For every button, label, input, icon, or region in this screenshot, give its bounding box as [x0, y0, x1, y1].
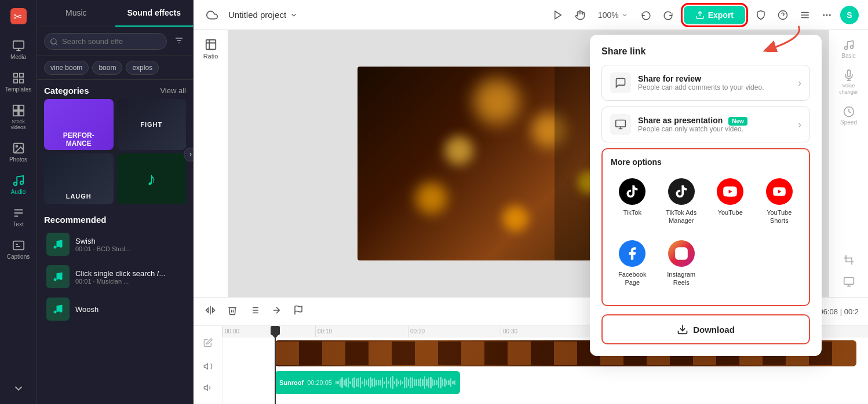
help-button[interactable]	[774, 6, 792, 24]
more-button[interactable]	[818, 6, 836, 24]
categories-scroll-right[interactable]: ›	[184, 148, 194, 161]
sound-item-woosh[interactable]: Woosh	[44, 293, 186, 325]
right-panel-crop[interactable]	[831, 249, 866, 270]
category-performance-label: PERFOR-MANCE	[44, 129, 114, 150]
sound-meta-swish: 00:01 · BCD Stud...	[75, 245, 184, 252]
tag-boom[interactable]: boom	[92, 61, 122, 75]
download-button[interactable]: Download	[601, 314, 810, 344]
tab-music[interactable]: Music	[37, 0, 115, 27]
svg-point-31	[830, 14, 831, 16]
transition-tool[interactable]	[269, 303, 284, 320]
volume-icon-1[interactable]	[203, 362, 213, 373]
right-panel-basic[interactable]: Basic	[831, 35, 866, 64]
category-music[interactable]: ♪	[117, 153, 187, 204]
tag-vine-boom[interactable]: vine boom	[44, 61, 89, 75]
filter-icon	[174, 36, 184, 45]
sidebar-label-text: Text	[13, 221, 23, 227]
svg-marker-23	[555, 11, 561, 19]
search-input[interactable]	[44, 33, 167, 50]
svg-rect-9	[13, 111, 17, 116]
share-presentation-card[interactable]: Share as presentation New People can onl…	[601, 106, 810, 142]
share-review-info: Share for review People can add comments…	[638, 74, 791, 91]
more-icon	[822, 10, 832, 20]
social-facebook[interactable]: Facebook Page	[611, 236, 654, 292]
sidebar-item-collapse[interactable]	[2, 377, 35, 399]
svg-rect-2	[13, 41, 23, 49]
share-review-icon	[610, 72, 631, 93]
share-presentation-icon	[610, 114, 631, 135]
tiktok-icon	[619, 178, 645, 205]
svg-rect-8	[19, 105, 23, 110]
split-icon	[205, 305, 216, 315]
svg-point-13	[13, 182, 17, 186]
sound-info-woosh: Woosh	[75, 305, 184, 314]
svg-rect-40	[844, 278, 854, 285]
sidebar-item-media[interactable]: Media	[2, 35, 35, 65]
ruler-mark-10: 00:10	[315, 326, 332, 337]
svg-point-17	[54, 246, 57, 249]
category-performance[interactable]: PERFOR-MANCE	[44, 99, 114, 150]
flag-tool[interactable]	[291, 303, 306, 320]
share-presentation-desc: People can only watch your video.	[638, 125, 791, 133]
play-mode-button[interactable]	[549, 6, 567, 24]
split-tool[interactable]	[203, 303, 218, 320]
merge-tool[interactable]	[247, 303, 262, 320]
audio-track[interactable]: Sunroof 00:20:05	[275, 371, 460, 394]
ratio-tool[interactable]: Ratio	[198, 36, 224, 61]
app-logo[interactable]: ✂	[2, 5, 35, 28]
category-fight[interactable]: FIGHT FIGHT	[117, 99, 187, 150]
svg-rect-15	[13, 241, 23, 250]
zoom-display[interactable]: 100%	[593, 8, 633, 22]
view-all-button[interactable]: View all	[160, 86, 186, 95]
volume-icon	[203, 362, 213, 371]
export-button[interactable]: Export	[684, 6, 745, 24]
sound-tabs: Music Sound effects	[37, 0, 193, 27]
right-panel-present[interactable]	[831, 271, 866, 292]
tag-explos[interactable]: explos	[126, 61, 159, 75]
redo-button[interactable]	[659, 6, 677, 24]
svg-point-34	[844, 47, 847, 50]
undo-button[interactable]	[637, 6, 655, 24]
export-popup[interactable]: Share link Share for review People can a…	[590, 35, 822, 356]
tab-sound-effects[interactable]: Sound effects	[115, 0, 194, 27]
project-name[interactable]: Untitled project	[228, 10, 298, 20]
shield-button[interactable]	[752, 6, 769, 24]
social-tiktok-ads[interactable]: TikTok Ads Manager	[660, 174, 703, 230]
merge-icon	[249, 305, 260, 315]
sidebar-item-photos[interactable]: Photos	[2, 137, 35, 167]
social-grid-row1: TikTok TikTok Ads Manager YouTube	[611, 174, 801, 230]
sidebar-item-captions[interactable]: Captions	[2, 234, 35, 265]
hand-tool-button[interactable]	[571, 6, 589, 24]
cloud-save-button[interactable]	[203, 6, 221, 24]
sidebar-item-text[interactable]: Text	[2, 202, 35, 232]
edit-clip-button[interactable]	[200, 336, 216, 352]
recommended-section: Recommended Swish 00:01 · BCD Stud... Cl…	[37, 210, 193, 404]
category-laugh[interactable]: LAUGH	[44, 153, 114, 204]
right-panel-speed[interactable]: Speed	[831, 101, 866, 130]
shield-icon	[756, 10, 766, 20]
svg-rect-7	[13, 105, 17, 110]
volume-icon-2[interactable]	[203, 383, 213, 395]
svg-rect-5	[13, 79, 17, 83]
hand-icon	[575, 10, 585, 20]
sidebar-item-templates[interactable]: Templates	[2, 67, 35, 97]
social-instagram[interactable]: Instagram Reels	[660, 236, 703, 292]
menu-button[interactable]	[796, 6, 814, 24]
right-panel-voice-changer[interactable]: Voice changer	[831, 65, 866, 100]
social-tiktok[interactable]: TikTok	[611, 174, 654, 230]
share-review-arrow: ›	[798, 77, 801, 89]
avatar[interactable]: S	[840, 6, 859, 24]
sidebar-item-audio[interactable]: Audio	[2, 170, 35, 200]
sidebar-item-stock[interactable]: Stock videos	[2, 100, 35, 135]
sound-item-click[interactable]: Click single click search /... 00:01 · M…	[44, 260, 186, 293]
delete-tool[interactable]	[225, 303, 240, 320]
undo-icon	[641, 10, 651, 20]
yt-shorts-label: YouTube Shorts	[760, 208, 799, 225]
filter-button[interactable]	[172, 34, 186, 49]
instagram-label: Instagram Reels	[662, 270, 701, 287]
share-review-card[interactable]: Share for review People can add comments…	[601, 65, 810, 101]
sound-item-swish[interactable]: Swish 00:01 · BCD Stud...	[44, 228, 186, 260]
social-yt-shorts[interactable]: YouTube Shorts	[758, 174, 801, 230]
social-youtube[interactable]: YouTube	[709, 174, 752, 230]
timeline-cursor-head[interactable]	[271, 326, 280, 335]
